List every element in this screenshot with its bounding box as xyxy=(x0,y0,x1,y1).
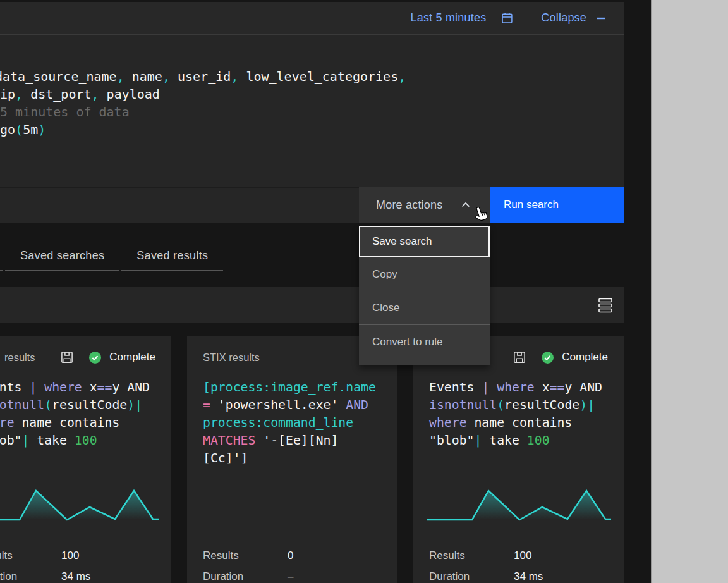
card-status: Complete xyxy=(513,351,608,364)
results-sparkline xyxy=(427,486,611,521)
card-code: Events | where x==y ANDisnotnull(resultC… xyxy=(0,379,155,450)
collapse-label: Collapse xyxy=(541,11,586,25)
code-line: data_source_name, name, user_id, low_lev… xyxy=(0,68,624,85)
results-card: STIX results[process:image_ref.name= 'po… xyxy=(187,336,397,583)
results-sparkline xyxy=(0,486,159,521)
stat-row: Duration34 ms xyxy=(0,566,155,583)
card-code: [process:image_ref.name= 'powershell.exe… xyxy=(203,379,382,467)
action-bar-spacer xyxy=(0,187,359,223)
menu-item-label: Close xyxy=(372,302,399,314)
tab-label: Saved results xyxy=(136,249,208,262)
search-action-bar: More actions Run search xyxy=(0,187,624,223)
calendar-icon xyxy=(501,12,513,24)
card-code: Events | where x==y ANDisnotnull(resultC… xyxy=(429,379,608,450)
code-line: MATCHES '-[Ee][Nn] xyxy=(203,432,382,450)
code-line: "blob"| take 100 xyxy=(429,432,608,450)
stat-value: 100 xyxy=(61,549,79,562)
stat-row: Results100 xyxy=(0,545,155,566)
run-search-label: Run search xyxy=(504,199,559,211)
card-stats: Results100Duration34 ms xyxy=(0,545,155,583)
minus-icon xyxy=(597,13,605,23)
complete-check-icon xyxy=(541,351,554,364)
stat-value: 34 ms xyxy=(61,570,90,583)
stat-row: Duration– xyxy=(203,566,382,583)
stat-label: Results xyxy=(0,549,61,562)
stat-value: 34 ms xyxy=(514,570,543,583)
results-toolbar xyxy=(0,287,624,323)
save-icon[interactable] xyxy=(513,351,526,364)
code-line: = 'powershell.exe' AND xyxy=(203,396,382,414)
menu-item-label: Convert to rule xyxy=(372,336,443,348)
time-range-bar: Last 5 minutes Collapse xyxy=(0,2,624,35)
saved-tabs: Saved searchesSaved results xyxy=(0,241,624,271)
results-card: resultsCompleteEvents | where x==y ANDis… xyxy=(0,336,171,583)
card-stats: Results0Duration– xyxy=(203,545,382,583)
code-line: go(5m) xyxy=(0,121,624,138)
menu-item-copy[interactable]: Copy xyxy=(359,257,490,291)
stat-label: Duration xyxy=(0,570,61,583)
results-card: CompleteEvents | where x==y ANDisnotnull… xyxy=(413,336,624,583)
rows-icon[interactable] xyxy=(598,298,612,313)
menu-item-close[interactable]: Close xyxy=(359,291,490,324)
menu-item-label: Save search xyxy=(372,235,432,248)
menu-item-label: Copy xyxy=(372,268,397,281)
code-line: isnotnull(resultCode)| xyxy=(0,396,155,414)
code-line: isnotnull(resultCode)| xyxy=(429,396,608,414)
time-range-label: Last 5 minutes xyxy=(410,11,486,25)
more-actions-label: More actions xyxy=(376,199,460,212)
card-header: STIX results xyxy=(203,349,382,365)
code-line: where name contains xyxy=(0,414,155,432)
card-divider xyxy=(203,513,382,513)
more-actions-menu: Save searchCopyCloseConvert to rule xyxy=(359,226,490,365)
app-window: Last 5 minutes Collapse data_source_name… xyxy=(0,0,624,583)
save-icon[interactable] xyxy=(61,351,73,364)
tab-saved-results[interactable]: Saved results xyxy=(121,241,223,271)
complete-check-icon xyxy=(88,351,102,364)
tab-label: Saved searches xyxy=(20,249,104,262)
collapse-button[interactable]: Collapse xyxy=(541,11,605,25)
code-line: process:command_line xyxy=(203,414,382,432)
code-line: where name contains xyxy=(429,414,608,432)
stat-label: Results xyxy=(203,549,288,562)
status-label: Complete xyxy=(562,351,608,364)
chevron-up-icon xyxy=(460,199,471,211)
stat-label: Duration xyxy=(203,570,288,583)
card-title: STIX results xyxy=(203,352,382,364)
code-line: Events | where x==y AND xyxy=(0,379,155,396)
card-header: resultsComplete xyxy=(0,349,155,365)
card-title: results xyxy=(4,352,61,364)
code-line: 5 minutes of data xyxy=(0,103,624,121)
menu-item-convert-to-rule[interactable]: Convert to rule xyxy=(359,325,490,359)
time-range-button[interactable]: Last 5 minutes xyxy=(410,11,513,25)
stat-row: Results0 xyxy=(203,545,382,566)
results-cards: resultsCompleteEvents | where x==y ANDis… xyxy=(0,336,624,583)
stat-value: 0 xyxy=(288,549,293,562)
saved-tabs-zone: Saved searchesSaved results xyxy=(0,223,624,287)
stat-value: 100 xyxy=(514,549,531,562)
code-line: ip, dst_port, payload xyxy=(0,85,624,103)
stat-label: Results xyxy=(429,549,514,562)
card-status: Complete xyxy=(61,351,155,364)
code-line: [process:image_ref.name xyxy=(203,379,382,396)
code-line: Events | where x==y AND xyxy=(429,379,608,396)
cards-gap xyxy=(0,323,624,336)
menu-item-save-search[interactable]: Save search xyxy=(359,226,490,257)
tab-clipped-stub xyxy=(0,241,3,271)
tab-saved-searches[interactable]: Saved searches xyxy=(5,241,119,271)
cursor-pointer xyxy=(473,204,492,226)
stat-value: – xyxy=(288,570,293,583)
stat-row: Results100 xyxy=(429,545,608,566)
run-search-button[interactable]: Run search xyxy=(490,187,624,223)
card-stats: Results100Duration34 ms xyxy=(429,545,608,583)
more-actions-button[interactable]: More actions xyxy=(359,187,490,223)
stat-row: Duration34 ms xyxy=(429,566,608,583)
code-line: [Cc]'] xyxy=(203,450,382,467)
code-line: "blob"| take 100 xyxy=(0,432,155,450)
desktop-background xyxy=(651,0,728,583)
status-label: Complete xyxy=(109,351,155,364)
query-editor[interactable]: data_source_name, name, user_id, low_lev… xyxy=(0,35,624,187)
stat-label: Duration xyxy=(429,570,514,583)
